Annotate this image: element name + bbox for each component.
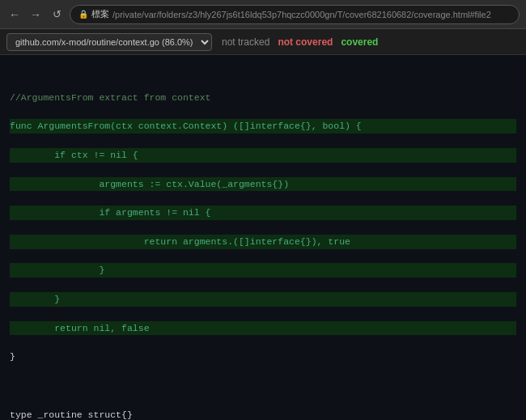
- code-line: return nil, false: [10, 321, 516, 336]
- url-domain: 標案: [91, 8, 109, 20]
- not-tracked-label: not tracked: [222, 36, 269, 48]
- code-line: //ArgumentsFrom extract from context: [10, 91, 516, 105]
- code-content: //ArgumentsFrom extract from context fun…: [0, 62, 526, 420]
- code-line: }: [10, 263, 516, 278]
- code-line: if ctx != nil {: [10, 148, 516, 163]
- browser-toolbar: ← → ↺ 🔒 標案 /private/var/folders/z3/hly26…: [0, 0, 526, 29]
- coverage-legend: not tracked not covered covered: [222, 36, 378, 48]
- covered-label: covered: [341, 36, 378, 48]
- code-line: return argments.([]interface{}), true: [10, 235, 516, 249]
- code-line: }: [10, 350, 516, 364]
- code-line: [10, 379, 516, 393]
- code-line: type _routine struct{}: [10, 408, 516, 421]
- file-selector[interactable]: github.com/x-mod/routine/context.go (86.…: [6, 33, 212, 51]
- code-line: }: [10, 292, 516, 307]
- not-covered-label: not covered: [278, 36, 333, 48]
- url-path: /private/var/folders/z3/hly267js6t16ldq5…: [112, 10, 491, 19]
- code-line: if argments != nil {: [10, 206, 516, 220]
- code-line: argments := ctx.Value(_argments{}): [10, 177, 516, 192]
- coverage-toolbar: github.com/x-mod/routine/context.go (86.…: [0, 29, 526, 55]
- forward-button[interactable]: →: [28, 6, 44, 23]
- code-line: func ArgumentsFrom(ctx context.Context) …: [10, 119, 516, 134]
- url-bar[interactable]: 🔒 標案 /private/var/folders/z3/hly267js6t1…: [70, 5, 520, 24]
- code-line: [10, 62, 516, 76]
- security-icon: 🔒: [78, 10, 88, 19]
- reload-button[interactable]: ↺: [49, 6, 65, 23]
- back-button[interactable]: ←: [6, 6, 23, 23]
- code-view: //ArgumentsFrom extract from context fun…: [0, 55, 526, 420]
